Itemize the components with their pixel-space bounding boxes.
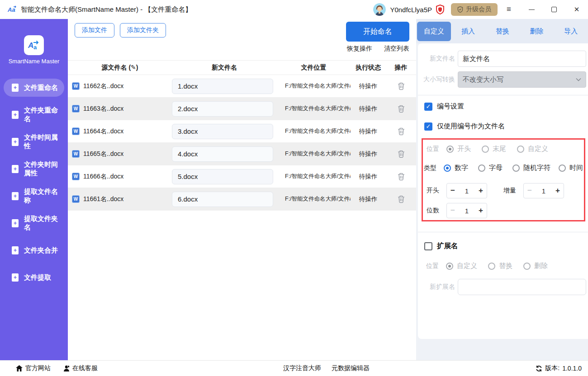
radio-type-letter[interactable]: 字母 [478, 164, 503, 172]
brand-name: SmartName Master [0, 58, 68, 65]
delete-row-button[interactable] [386, 105, 416, 113]
status-label: 待操作 [351, 105, 386, 113]
start-rename-button[interactable]: 开始命名 [346, 22, 409, 42]
radio-selected-icon [446, 146, 454, 153]
ext-position-row: 位置 自定义 替换 删除 [426, 262, 559, 270]
sidebar-item-file-rename[interactable]: 文件重命名 [4, 79, 64, 97]
source-filename: 11662名..docx [83, 82, 123, 90]
tab-delete[interactable]: 删除 [520, 27, 554, 36]
radio-ext-replace[interactable]: 替换 [488, 262, 512, 270]
new-filename-input[interactable] [172, 124, 273, 139]
numbering-checkbox[interactable]: ✓ 编号设置 [424, 102, 464, 111]
start-number-stepper: − 1 + [446, 183, 487, 198]
minus-button[interactable]: − [524, 186, 536, 195]
trash-icon [398, 127, 405, 135]
number-type-row: 类型 数字 字母 随机字符 时间 [424, 164, 583, 172]
extension-checkbox[interactable]: 扩展名 [424, 241, 458, 251]
table-row: W11665名..docx F:/智能文件命名大师/文件/1 待操作 [68, 143, 416, 165]
upgrade-vip-button[interactable]: 升级会员 [451, 3, 498, 16]
radio-type-number[interactable]: 数字 [444, 164, 468, 172]
sidebar-item-extract-filename[interactable]: 提取文件名称 [4, 187, 64, 205]
tab-replace[interactable]: 替换 [485, 27, 520, 36]
user-avatar[interactable] [373, 3, 386, 16]
new-filename-field[interactable] [458, 51, 586, 67]
word-file-icon: W [72, 173, 80, 180]
type-label: 类型 [424, 164, 436, 172]
version-label: 版本: [545, 364, 560, 372]
radio-ext-delete[interactable]: 删除 [523, 262, 548, 270]
new-filename-input[interactable] [172, 79, 273, 94]
plus-button[interactable]: + [475, 206, 487, 215]
col-status: 执行状态 [351, 64, 386, 72]
sidebar-item-file-time[interactable]: 文件时间属性 [4, 133, 64, 151]
delete-row-button[interactable] [386, 195, 416, 203]
new-extension-field[interactable] [458, 279, 586, 295]
radio-icon [478, 164, 485, 172]
refresh-icon [536, 365, 542, 372]
new-filename-label: 新文件名 [422, 55, 455, 63]
sidebar-item-extract-foldername[interactable]: 提取文件夹名 [4, 214, 64, 232]
delete-row-button[interactable] [386, 127, 416, 135]
numbering-settings-highlight: 位置 开头 末尾 自定义 类型 数字 字母 随机字符 时间 开头 − 1 + 增… [422, 138, 585, 221]
maximize-button[interactable] [543, 0, 565, 19]
divider [418, 232, 588, 232]
menu-button[interactable]: ≡ [498, 0, 520, 19]
tab-import[interactable]: 导入 [554, 27, 588, 36]
panel-tabs: 自定义 插入 替换 删除 导入 [416, 19, 588, 43]
radio-type-time[interactable]: 时间 [559, 164, 583, 172]
source-filename: 11664名..docx [83, 127, 123, 136]
file-plus-icon [12, 138, 19, 146]
file-plus-icon [12, 192, 19, 200]
only-numbering-checkbox[interactable]: ✓ 仅使用编号作为文件名 [424, 122, 505, 131]
online-support-link[interactable]: 在线客服 [63, 361, 98, 376]
radio-ext-custom[interactable]: 自定义 [446, 262, 477, 270]
delete-row-button[interactable] [386, 82, 416, 90]
radio-type-random[interactable]: 随机字符 [512, 164, 550, 172]
tab-insert[interactable]: 插入 [451, 27, 485, 36]
pinyin-master-link[interactable]: 汉字注音大师 [283, 361, 321, 376]
word-file-icon: W [72, 150, 80, 158]
new-filename-input[interactable] [172, 146, 273, 162]
status-label: 待操作 [351, 127, 386, 136]
radio-icon [559, 164, 566, 172]
case-convert-select[interactable]: 不改变大小写 [458, 71, 586, 88]
file-plus-icon [12, 84, 19, 92]
new-filename-input[interactable] [172, 169, 273, 184]
username-label: Y0ndfcLlya5P [390, 6, 432, 14]
official-website-link[interactable]: 官方网站 [16, 361, 51, 376]
minus-button[interactable]: − [447, 186, 459, 195]
clear-list-link[interactable]: 清空列表 [384, 45, 409, 53]
col-file-location: 文件位置 [277, 64, 351, 72]
radio-icon [512, 164, 520, 172]
radio-position-custom[interactable]: 自定义 [517, 145, 548, 153]
case-convert-label: 大小写转换 [422, 75, 455, 84]
minimize-button[interactable] [520, 0, 543, 19]
close-button[interactable]: ✕ [565, 0, 588, 19]
sidebar-item-folder-merge[interactable]: 文件夹合并 [4, 241, 64, 259]
plus-button[interactable]: + [552, 186, 564, 195]
sidebar-item-folder-time[interactable]: 文件夹时间属性 [4, 160, 64, 178]
plus-button[interactable]: + [475, 186, 487, 195]
digits-label: 位数 [427, 207, 439, 215]
metadata-editor-link[interactable]: 元数据编辑器 [332, 361, 370, 376]
radio-position-start[interactable]: 开头 [446, 145, 471, 153]
new-filename-input[interactable] [172, 192, 273, 207]
new-filename-input[interactable] [172, 101, 273, 117]
delete-row-button[interactable] [386, 173, 416, 180]
add-folder-button[interactable]: 添加文件夹 [120, 23, 166, 38]
radio-position-end[interactable]: 末尾 [482, 145, 506, 153]
file-plus-icon [12, 273, 19, 282]
vip-shield-icon [436, 5, 445, 14]
delete-row-button[interactable] [386, 150, 416, 158]
restore-action-link[interactable]: 恢复操作 [347, 45, 372, 53]
table-row: W11661名..docx F:/智能文件命名大师/文件/1 待操作 [68, 188, 416, 211]
digits-value: 1 [459, 207, 475, 215]
trash-icon [398, 105, 405, 113]
minus-button[interactable]: − [447, 206, 459, 215]
increment-stepper: − 1 + [523, 183, 564, 198]
tab-custom[interactable]: 自定义 [417, 22, 451, 41]
add-file-button[interactable]: 添加文件 [75, 23, 114, 38]
sidebar-item-folder-rename[interactable]: 文件夹重命名 [4, 106, 64, 124]
sidebar-item-file-extract[interactable]: 文件提取 [4, 268, 64, 287]
table-row: W11663名..docx F:/智能文件命名大师/文件/1 待操作 [68, 98, 416, 120]
